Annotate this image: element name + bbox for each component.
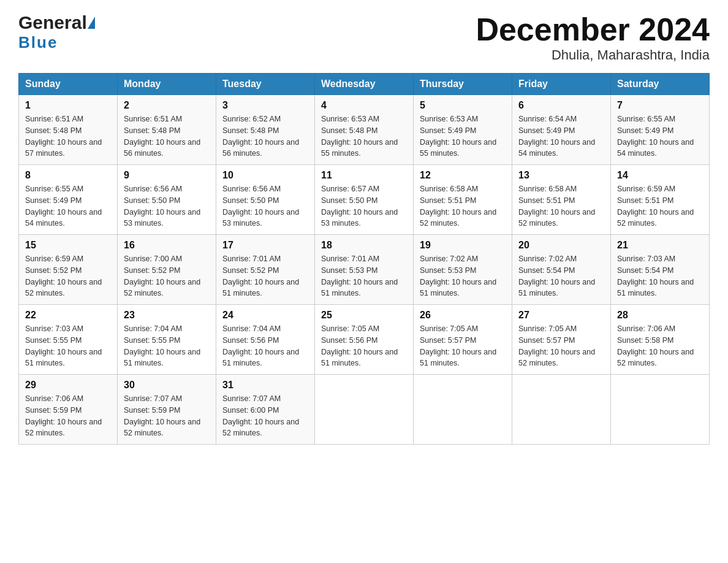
day-number: 24 [222, 310, 308, 321]
day-number: 28 [617, 310, 703, 321]
calendar-cell: 8 Sunrise: 6:55 AM Sunset: 5:49 PM Dayli… [19, 165, 118, 235]
calendar-cell: 26 Sunrise: 7:05 AM Sunset: 5:57 PM Dayl… [414, 305, 512, 375]
calendar-cell: 11 Sunrise: 6:57 AM Sunset: 5:50 PM Dayl… [315, 165, 414, 235]
day-info: Sunrise: 6:51 AM Sunset: 5:48 PM Dayligh… [124, 113, 210, 159]
day-header-wednesday: Wednesday [315, 74, 414, 95]
logo-general-text: General [18, 12, 87, 33]
calendar-cell: 16 Sunrise: 7:00 AM Sunset: 5:52 PM Dayl… [118, 235, 216, 305]
page-header: General Blue December 2024 Dhulia, Mahar… [18, 12, 710, 63]
day-info: Sunrise: 6:53 AM Sunset: 5:49 PM Dayligh… [420, 113, 506, 159]
calendar-week-5: 29 Sunrise: 7:06 AM Sunset: 5:59 PM Dayl… [19, 375, 710, 445]
day-info: Sunrise: 6:59 AM Sunset: 5:52 PM Dayligh… [25, 253, 111, 299]
day-number: 26 [420, 310, 506, 321]
day-number: 9 [124, 170, 210, 181]
calendar-cell: 6 Sunrise: 6:54 AM Sunset: 5:49 PM Dayli… [512, 95, 611, 165]
calendar-cell: 18 Sunrise: 7:01 AM Sunset: 5:53 PM Dayl… [315, 235, 414, 305]
day-number: 8 [25, 170, 111, 181]
day-info: Sunrise: 7:05 AM Sunset: 5:57 PM Dayligh… [420, 323, 506, 369]
day-header-row: SundayMondayTuesdayWednesdayThursdayFrid… [19, 74, 710, 95]
day-number: 17 [222, 240, 308, 251]
day-number: 6 [518, 100, 604, 111]
day-number: 18 [321, 240, 407, 251]
day-info: Sunrise: 6:52 AM Sunset: 5:48 PM Dayligh… [222, 113, 308, 159]
day-header-monday: Monday [118, 74, 216, 95]
calendar-cell: 14 Sunrise: 6:59 AM Sunset: 5:51 PM Dayl… [611, 165, 710, 235]
calendar-cell: 12 Sunrise: 6:58 AM Sunset: 5:51 PM Dayl… [414, 165, 512, 235]
calendar-cell: 30 Sunrise: 7:07 AM Sunset: 5:59 PM Dayl… [118, 375, 216, 445]
calendar-cell: 17 Sunrise: 7:01 AM Sunset: 5:52 PM Dayl… [216, 235, 315, 305]
day-number: 25 [321, 310, 407, 321]
day-header-tuesday: Tuesday [216, 74, 315, 95]
calendar-cell: 24 Sunrise: 7:04 AM Sunset: 5:56 PM Dayl… [216, 305, 315, 375]
calendar-cell [611, 375, 710, 445]
day-info: Sunrise: 7:05 AM Sunset: 5:56 PM Dayligh… [321, 323, 407, 369]
day-info: Sunrise: 7:05 AM Sunset: 5:57 PM Dayligh… [518, 323, 604, 369]
day-number: 21 [617, 240, 703, 251]
calendar-cell: 31 Sunrise: 7:07 AM Sunset: 6:00 PM Dayl… [216, 375, 315, 445]
day-header-friday: Friday [512, 74, 611, 95]
day-info: Sunrise: 7:04 AM Sunset: 5:55 PM Dayligh… [124, 323, 210, 369]
day-info: Sunrise: 6:58 AM Sunset: 5:51 PM Dayligh… [420, 183, 506, 229]
day-info: Sunrise: 6:56 AM Sunset: 5:50 PM Dayligh… [222, 183, 308, 229]
day-info: Sunrise: 7:07 AM Sunset: 6:00 PM Dayligh… [222, 393, 308, 439]
day-header-thursday: Thursday [414, 74, 512, 95]
logo-arrow-icon [88, 17, 95, 29]
day-number: 10 [222, 170, 308, 181]
day-info: Sunrise: 7:07 AM Sunset: 5:59 PM Dayligh… [124, 393, 210, 439]
day-info: Sunrise: 7:02 AM Sunset: 5:53 PM Dayligh… [420, 253, 506, 299]
day-number: 11 [321, 170, 407, 181]
day-info: Sunrise: 7:06 AM Sunset: 5:58 PM Dayligh… [617, 323, 703, 369]
day-number: 4 [321, 100, 407, 111]
day-info: Sunrise: 7:01 AM Sunset: 5:52 PM Dayligh… [222, 253, 308, 299]
day-number: 16 [124, 240, 210, 251]
day-info: Sunrise: 7:03 AM Sunset: 5:55 PM Dayligh… [25, 323, 111, 369]
calendar-cell: 19 Sunrise: 7:02 AM Sunset: 5:53 PM Dayl… [414, 235, 512, 305]
day-number: 23 [124, 310, 210, 321]
day-info: Sunrise: 6:58 AM Sunset: 5:51 PM Dayligh… [518, 183, 604, 229]
logo: General Blue [18, 12, 95, 52]
day-number: 15 [25, 240, 111, 251]
day-number: 14 [617, 170, 703, 181]
title-block: December 2024 Dhulia, Maharashtra, India [476, 12, 710, 63]
day-info: Sunrise: 6:51 AM Sunset: 5:48 PM Dayligh… [25, 113, 111, 159]
day-number: 27 [518, 310, 604, 321]
calendar-cell: 23 Sunrise: 7:04 AM Sunset: 5:55 PM Dayl… [118, 305, 216, 375]
calendar-cell: 22 Sunrise: 7:03 AM Sunset: 5:55 PM Dayl… [19, 305, 118, 375]
day-number: 20 [518, 240, 604, 251]
calendar-cell: 27 Sunrise: 7:05 AM Sunset: 5:57 PM Dayl… [512, 305, 611, 375]
calendar-subtitle: Dhulia, Maharashtra, India [476, 47, 710, 63]
calendar-week-4: 22 Sunrise: 7:03 AM Sunset: 5:55 PM Dayl… [19, 305, 710, 375]
day-number: 13 [518, 170, 604, 181]
calendar-week-1: 1 Sunrise: 6:51 AM Sunset: 5:48 PM Dayli… [19, 95, 710, 165]
day-number: 19 [420, 240, 506, 251]
calendar-cell: 20 Sunrise: 7:02 AM Sunset: 5:54 PM Dayl… [512, 235, 611, 305]
day-number: 30 [124, 380, 210, 391]
day-info: Sunrise: 7:03 AM Sunset: 5:54 PM Dayligh… [617, 253, 703, 299]
calendar-table: SundayMondayTuesdayWednesdayThursdayFrid… [18, 73, 710, 445]
day-info: Sunrise: 6:53 AM Sunset: 5:48 PM Dayligh… [321, 113, 407, 159]
day-number: 7 [617, 100, 703, 111]
day-info: Sunrise: 6:55 AM Sunset: 5:49 PM Dayligh… [25, 183, 111, 229]
calendar-cell [414, 375, 512, 445]
calendar-cell: 13 Sunrise: 6:58 AM Sunset: 5:51 PM Dayl… [512, 165, 611, 235]
calendar-cell: 25 Sunrise: 7:05 AM Sunset: 5:56 PM Dayl… [315, 305, 414, 375]
day-header-saturday: Saturday [611, 74, 710, 95]
calendar-body: 1 Sunrise: 6:51 AM Sunset: 5:48 PM Dayli… [19, 95, 710, 445]
calendar-cell [512, 375, 611, 445]
day-info: Sunrise: 7:00 AM Sunset: 5:52 PM Dayligh… [124, 253, 210, 299]
day-number: 2 [124, 100, 210, 111]
day-info: Sunrise: 6:57 AM Sunset: 5:50 PM Dayligh… [321, 183, 407, 229]
day-info: Sunrise: 7:02 AM Sunset: 5:54 PM Dayligh… [518, 253, 604, 299]
day-number: 29 [25, 380, 111, 391]
day-header-sunday: Sunday [19, 74, 118, 95]
calendar-week-2: 8 Sunrise: 6:55 AM Sunset: 5:49 PM Dayli… [19, 165, 710, 235]
day-info: Sunrise: 6:55 AM Sunset: 5:49 PM Dayligh… [617, 113, 703, 159]
calendar-cell: 21 Sunrise: 7:03 AM Sunset: 5:54 PM Dayl… [611, 235, 710, 305]
day-info: Sunrise: 7:01 AM Sunset: 5:53 PM Dayligh… [321, 253, 407, 299]
logo-blue-text: Blue [18, 33, 58, 52]
day-number: 22 [25, 310, 111, 321]
calendar-week-3: 15 Sunrise: 6:59 AM Sunset: 5:52 PM Dayl… [19, 235, 710, 305]
calendar-cell: 15 Sunrise: 6:59 AM Sunset: 5:52 PM Dayl… [19, 235, 118, 305]
day-number: 1 [25, 100, 111, 111]
calendar-cell: 7 Sunrise: 6:55 AM Sunset: 5:49 PM Dayli… [611, 95, 710, 165]
